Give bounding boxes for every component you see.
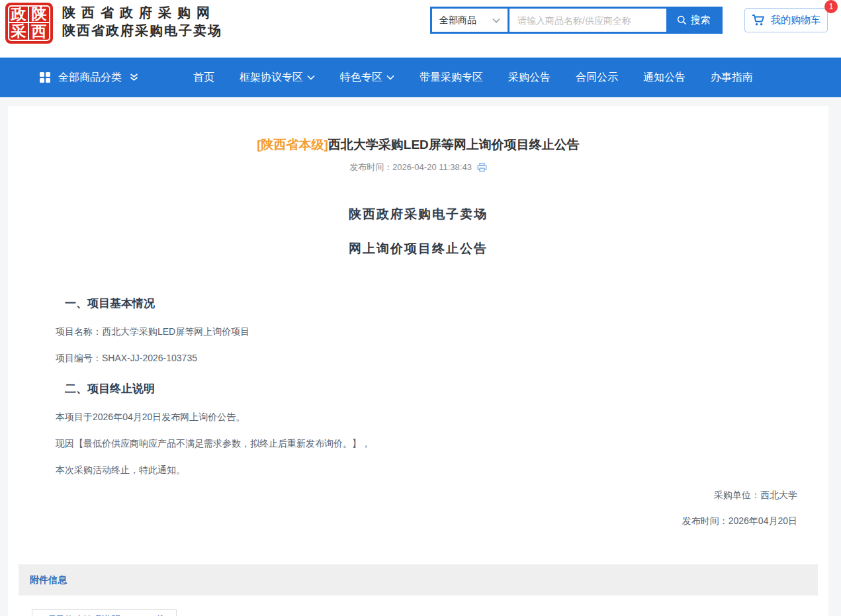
project-code: 项目编号：SHAX-JJ-2026-103735 <box>56 353 797 364</box>
chevron-down-icon <box>307 75 315 80</box>
doc-heading-line2: 网上询价项目终止公告 <box>8 240 828 257</box>
termination-para-1: 本项目于2026年04月20日发布网上询价公告。 <box>56 412 797 423</box>
attachment-file-link[interactable]: 项目终止情况说明-04.20.pdf <box>32 609 177 616</box>
grid-icon <box>40 72 50 83</box>
doc-heading-line1: 陕西政府采购电子卖场 <box>8 206 828 223</box>
nav-item-service-guide[interactable]: 办事指南 <box>711 71 753 85</box>
search-category-dropdown[interactable]: 全部商品 <box>432 9 508 32</box>
termination-para-2: 现因【最低价供应商响应产品不满足需求参数，拟终止后重新发布询价。】， <box>56 438 797 449</box>
nav-item-label: 合同公示 <box>576 71 618 85</box>
nav-item-notifications[interactable]: 通知公告 <box>643 71 686 85</box>
publish-time-text: 发布时间：2026-04-20 11:38:43 <box>349 161 472 173</box>
announcement-title: [陕西省本级]西北大学采购LED屏等网上询价项目终止公告 <box>8 106 828 154</box>
search-bar: 全部商品 搜索 <box>430 7 723 34</box>
nav-item-framework-agreement[interactable]: 框架协议专区 <box>240 71 315 85</box>
nav-item-home[interactable]: 首页 <box>193 71 214 85</box>
nav-all-categories-label: 全部商品分类 <box>58 71 122 85</box>
chevron-down-icon <box>386 75 394 80</box>
cart-icon <box>752 14 765 26</box>
termination-para-3: 本次采购活动终止，特此通知。 <box>56 464 797 476</box>
purchaser-line: 采购单位：西北大学 <box>56 490 797 502</box>
logo-char: 政 <box>9 7 29 23</box>
nav-links: 首页 框架协议专区 特色专区 带量采购专区 采购公告 合同公示 通知公告 办事指… <box>193 71 753 85</box>
search-category-label: 全部商品 <box>439 15 476 26</box>
logo-char: 采 <box>9 23 29 40</box>
announcement-panel: [陕西省本级]西北大学采购LED屏等网上询价项目终止公告 发布时间：2026-0… <box>8 106 828 616</box>
double-chevron-down-icon <box>130 73 138 81</box>
search-input[interactable] <box>509 9 666 32</box>
publish-date-line: 发布时间：2026年04月20日 <box>56 515 797 527</box>
nav-item-procurement-notice[interactable]: 采购公告 <box>508 71 551 85</box>
logo-char: 西 <box>29 23 49 40</box>
section1-heading: 一、项目基本情况 <box>56 296 797 311</box>
publish-time-row: 发布时间：2026-04-20 11:38:43 <box>8 161 828 173</box>
attachments-bar: 附件信息 <box>19 564 818 595</box>
search-icon <box>677 15 687 25</box>
cart-badge: 1 <box>824 0 838 13</box>
project-name: 项目名称：西北大学采购LED屏等网上询价项目 <box>56 326 797 337</box>
search-button-label: 搜索 <box>691 14 711 26</box>
site-header: 政 陕 采 西 陕西省政府采购网 陕西省政府采购电子卖场 全部商品 搜索 我的购… <box>0 0 841 58</box>
section2-heading: 二、项目终止说明 <box>56 381 797 396</box>
logo-char: 陕 <box>29 7 49 23</box>
announcement-content: 一、项目基本情况 项目名称：西北大学采购LED屏等网上询价项目 项目编号：SHA… <box>8 296 828 527</box>
site-title-line1: 陕西省政府采购网 <box>62 3 222 22</box>
nav-item-label: 办事指南 <box>711 71 753 85</box>
cart-button[interactable]: 我的购物车 <box>744 8 828 32</box>
nav-item-label: 框架协议专区 <box>240 71 303 85</box>
nav-item-label: 首页 <box>193 71 214 85</box>
search-button[interactable]: 搜索 <box>666 9 721 32</box>
nav-item-label: 特色专区 <box>340 71 382 85</box>
nav-item-label: 采购公告 <box>508 71 551 85</box>
nav-all-categories[interactable]: 全部商品分类 <box>40 71 138 85</box>
logo-seal-icon: 政 陕 采 西 <box>8 5 50 41</box>
site-title-line2: 陕西省政府采购电子卖场 <box>62 22 222 40</box>
region-tag: [陕西省本级] <box>257 138 328 152</box>
cart-button-label: 我的购物车 <box>771 14 820 26</box>
site-logo[interactable]: 政 陕 采 西 <box>5 3 53 44</box>
chevron-down-icon <box>492 18 500 23</box>
announcement-title-text: 西北大学采购LED屏等网上询价项目终止公告 <box>328 138 580 152</box>
attachments-heading: 附件信息 <box>30 574 67 586</box>
nav-item-volume-purchase[interactable]: 带量采购专区 <box>420 71 483 85</box>
nav-item-label: 带量采购专区 <box>420 71 483 85</box>
main-nav: 全部商品分类 首页 框架协议专区 特色专区 带量采购专区 采购公告 合同公示 通… <box>0 58 841 97</box>
printer-icon[interactable] <box>477 163 487 172</box>
nav-item-label: 通知公告 <box>643 71 686 85</box>
page-body: [陕西省本级]西北大学采购LED屏等网上询价项目终止公告 发布时间：2026-0… <box>0 97 841 616</box>
nav-item-featured-zone[interactable]: 特色专区 <box>340 71 394 85</box>
nav-item-contract-publicity[interactable]: 合同公示 <box>576 71 618 85</box>
site-titles: 陕西省政府采购网 陕西省政府采购电子卖场 <box>62 3 222 40</box>
